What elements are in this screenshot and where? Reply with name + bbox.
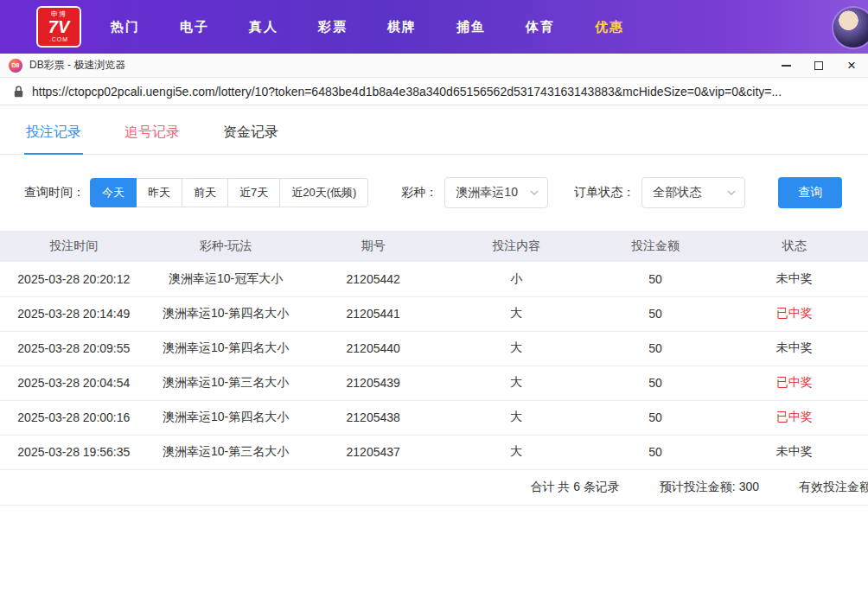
status-cell: 未中奖 [720,331,868,366]
bet-time-cell: 2025-03-28 20:00:16 [0,400,148,435]
time-option-today[interactable]: 今天 [90,178,137,207]
url-bar[interactable]: https://ctopcp02pcali.uengi5e.com/lotter… [0,78,868,105]
bet-content-cell: 大 [443,400,590,435]
status-cell: 已中奖 [720,400,868,435]
bet-time-cell: 2025-03-28 20:09:55 [0,331,148,366]
query-time-label: 查询时间： [24,185,85,200]
bet-amount-cell: 50 [590,296,721,331]
chevron-down-icon [530,190,539,195]
summary-total: 合计 共 6 条记录 [530,480,619,495]
filter-bar: 查询时间： 今天 昨天 前天 近7天 近20天(低频) 彩种： 澳洲幸运10 订… [0,155,868,229]
bet-content-cell: 大 [443,331,590,366]
game-play-cell: 澳洲幸运10-第四名大小 [148,331,304,366]
bet-time-cell: 2025-03-28 20:20:12 [0,262,148,296]
tab-chase-records[interactable]: 追号记录 [123,114,182,154]
time-range-group: 今天 昨天 前天 近7天 近20天(低频) [90,178,368,207]
table-row: 2025-03-28 20:09:55澳洲幸运10-第四名大小21205440大… [0,331,868,366]
record-tabs: 投注记录 追号记录 资金记录 [0,114,868,155]
chevron-down-icon [727,190,736,195]
nav-item-promo[interactable]: 优惠 [595,19,624,35]
issue-cell: 21205438 [303,400,443,435]
issue-cell: 21205437 [303,435,443,469]
url-text: https://ctopcp02pcali.uengi5e.com/lotter… [32,85,854,99]
table-row: 2025-03-28 19:56:35澳洲幸运10-第三名大小21205437大… [0,435,868,469]
bet-time-cell: 2025-03-28 20:04:54 [0,366,148,400]
bet-content-cell: 大 [443,435,590,469]
issue-cell: 21205441 [303,296,443,331]
lottery-type-value: 澳洲幸运10 [456,185,518,200]
game-play-cell: 澳洲幸运10-第三名大小 [148,366,304,400]
col-status: 状态 [720,231,868,262]
bet-amount-cell: 50 [590,435,721,469]
status-cell: 已中奖 [720,366,868,400]
status-cell: 未中奖 [720,262,868,296]
bet-content-cell: 大 [443,296,590,331]
site-logo[interactable]: 申博 7V .COM [36,6,81,48]
nav-item-hot[interactable]: 热门 [111,19,140,35]
nav-item-slots[interactable]: 电子 [180,19,209,35]
query-button[interactable]: 查询 [778,177,842,208]
order-status-label: 订单状态： [574,185,635,200]
status-cell: 未中奖 [720,435,868,469]
nav-item-live[interactable]: 真人 [249,19,278,35]
bet-time-cell: 2025-03-28 20:14:49 [0,296,148,331]
nav-item-lottery[interactable]: 彩票 [318,19,348,35]
logo-main-text: 7V [48,18,69,36]
tab-bet-records[interactable]: 投注记录 [24,114,83,155]
maximize-button[interactable] [802,54,835,77]
table-row: 2025-03-28 20:04:54澳洲幸运10-第三名大小21205439大… [0,366,868,400]
order-status-value: 全部状态 [653,185,701,200]
bet-records-table: 投注时间 彩种-玩法 期号 投注内容 投注金额 状态 2025-03-28 20… [0,231,868,470]
summary-valid: 有效投注金额 [799,480,868,495]
bet-content-cell: 小 [443,262,590,296]
col-issue: 期号 [303,231,443,262]
issue-cell: 21205439 [303,366,443,400]
browser-titlebar: D8 DB彩票 - 极速浏览器 × [0,54,868,78]
summary-expected: 预计投注金额: 300 [660,480,759,495]
close-button[interactable]: × [835,54,868,77]
logo-sub-text: .COM [49,36,68,42]
lottery-type-label: 彩种： [401,185,437,200]
bet-amount-cell: 50 [590,400,721,435]
col-game-play: 彩种-玩法 [148,231,304,262]
nav-item-fishing[interactable]: 捕鱼 [456,19,486,35]
user-avatar[interactable] [833,8,868,48]
bet-content-cell: 大 [443,366,590,400]
bet-table-body: 2025-03-28 20:20:12澳洲幸运10-冠军大小21205442小5… [0,262,868,469]
col-bet-content: 投注内容 [443,231,590,262]
game-play-cell: 澳洲幸运10-第四名大小 [148,296,304,331]
time-option-daybefore[interactable]: 前天 [182,178,228,207]
game-play-cell: 澳洲幸运10-第四名大小 [148,400,304,435]
bet-time-cell: 2025-03-28 19:56:35 [0,435,148,469]
minimize-button[interactable] [769,54,802,77]
nav-item-cards[interactable]: 棋牌 [387,19,417,35]
time-option-20days[interactable]: 近20天(低频) [279,178,368,207]
table-row: 2025-03-28 20:00:16澳洲幸运10-第四名大小21205438大… [0,400,868,435]
order-status-select[interactable]: 全部状态 [641,177,745,208]
issue-cell: 21205440 [303,331,443,366]
bet-amount-cell: 50 [590,262,721,296]
bet-amount-cell: 50 [590,366,721,400]
table-row: 2025-03-28 20:20:12澳洲幸运10-冠军大小21205442小5… [0,262,868,296]
time-option-yesterday[interactable]: 昨天 [136,178,182,207]
lottery-type-select[interactable]: 澳洲幸运10 [444,177,548,208]
time-option-7days[interactable]: 近7天 [227,178,280,207]
db-favicon-icon: D8 [9,59,22,73]
status-cell: 已中奖 [720,296,868,331]
window-title: DB彩票 - 极速浏览器 [29,58,125,73]
table-row: 2025-03-28 20:14:49澳洲幸运10-第四名大小21205441大… [0,296,868,331]
col-bet-time: 投注时间 [0,231,148,262]
tab-fund-records[interactable]: 资金记录 [221,114,280,154]
window-controls: × [769,54,868,77]
game-play-cell: 澳洲幸运10-第三名大小 [148,435,304,469]
summary-bar: 合计 共 6 条记录 预计投注金额: 300 有效投注金额 [0,470,868,506]
minimize-icon [782,65,791,67]
close-icon: × [847,58,856,73]
nav-item-sports[interactable]: 体育 [526,19,555,35]
site-topbar: 申博 7V .COM 热门 电子 真人 彩票 棋牌 捕鱼 体育 优惠 [0,0,868,54]
table-header-row: 投注时间 彩种-玩法 期号 投注内容 投注金额 状态 [0,231,868,262]
lock-icon [14,86,23,98]
maximize-icon [814,61,823,70]
game-play-cell: 澳洲幸运10-冠军大小 [148,262,304,296]
site-nav: 热门 电子 真人 彩票 棋牌 捕鱼 体育 优惠 [111,19,624,35]
